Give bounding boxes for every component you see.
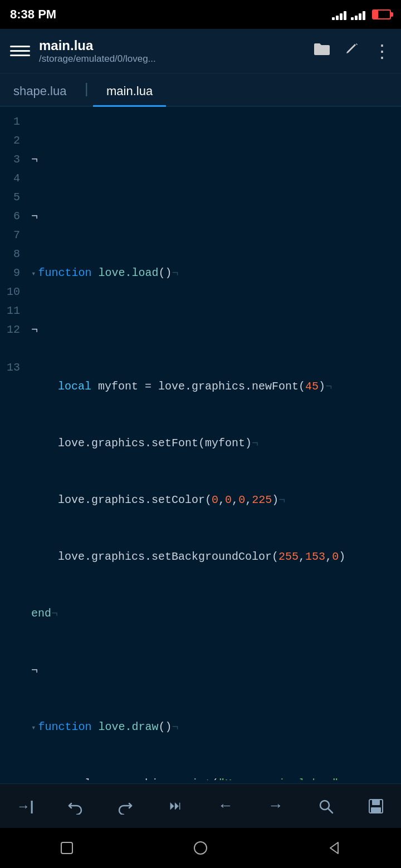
move-right-button[interactable]: → xyxy=(259,790,292,823)
folder-icon[interactable] xyxy=(313,41,331,61)
circle-nav-button[interactable] xyxy=(178,831,223,865)
code-line-10: ¬ xyxy=(31,661,401,680)
code-line-8: love.graphics.setBackgroundColor(255,153… xyxy=(31,548,401,566)
tab-button[interactable]: →| xyxy=(8,790,42,823)
redo-button[interactable] xyxy=(109,790,142,823)
undo-button[interactable] xyxy=(58,790,92,823)
code-line-3: ▾function love.load()¬ xyxy=(31,264,401,283)
search-button[interactable] xyxy=(309,790,343,823)
app-toolbar: main.lua /storage/emulated/0/loveg... ⋮ xyxy=(0,29,401,73)
svg-point-6 xyxy=(194,842,207,854)
status-icons xyxy=(332,9,391,20)
skip-forward-button[interactable]: ⏭ xyxy=(159,790,192,823)
code-line-2: ¬ xyxy=(31,207,401,226)
svg-rect-3 xyxy=(372,800,380,805)
back-nav-button[interactable] xyxy=(312,831,356,865)
toolbar-path: /storage/emulated/0/loveg... xyxy=(39,53,304,65)
signal-bars-2 xyxy=(351,9,365,20)
nav-bar xyxy=(0,828,401,868)
code-line-9: end¬ xyxy=(31,604,401,623)
tab-divider: | xyxy=(80,81,93,98)
code-line-6: love.graphics.setFont(myfont)¬ xyxy=(31,434,401,453)
code-line-1: ¬ xyxy=(31,150,401,169)
square-nav-button[interactable] xyxy=(45,831,89,865)
tab-main-lua[interactable]: main.lua xyxy=(93,77,166,107)
bottom-toolbar: →| ⏭ ← → xyxy=(0,783,401,828)
code-line-4: ¬ xyxy=(31,320,401,339)
code-line-7: love.graphics.setColor(0,0,0,225)¬ xyxy=(31,491,401,510)
code-line-5: local myfont = love.graphics.newFont(45)… xyxy=(31,377,401,396)
svg-line-1 xyxy=(328,808,332,813)
code-line-11: ▾function love.draw()¬ xyxy=(31,718,401,737)
battery-icon xyxy=(372,9,391,19)
edit-icon[interactable] xyxy=(344,41,360,61)
toolbar-filename: main.lua xyxy=(39,38,304,53)
save-button[interactable] xyxy=(359,790,393,823)
svg-rect-4 xyxy=(371,807,381,812)
line-numbers: 1 2 3 4 5 6 7 8 9 10 11 12 13 xyxy=(0,110,27,780)
code-editor[interactable]: 1 2 3 4 5 6 7 8 9 10 11 12 13 ¬ ¬ ▾funct… xyxy=(0,107,401,783)
menu-icon[interactable] xyxy=(10,46,30,56)
signal-bars-1 xyxy=(332,9,346,20)
toolbar-actions: ⋮ xyxy=(313,41,391,62)
tabs-bar: shape.lua | main.lua xyxy=(0,73,401,107)
status-bar: 8:38 PM xyxy=(0,0,401,29)
svg-rect-5 xyxy=(61,842,72,854)
code-content[interactable]: ¬ ¬ ▾function love.load()¬ ¬ local myfon… xyxy=(27,110,401,780)
move-left-button[interactable]: ← xyxy=(209,790,242,823)
tab-shape-lua[interactable]: shape.lua xyxy=(0,77,80,107)
code-line-12: love.graphics.print("My name is lekan" xyxy=(31,775,401,780)
toolbar-title-group: main.lua /storage/emulated/0/loveg... xyxy=(39,38,304,65)
more-options-icon[interactable]: ⋮ xyxy=(373,41,391,62)
status-time: 8:38 PM xyxy=(10,7,56,22)
